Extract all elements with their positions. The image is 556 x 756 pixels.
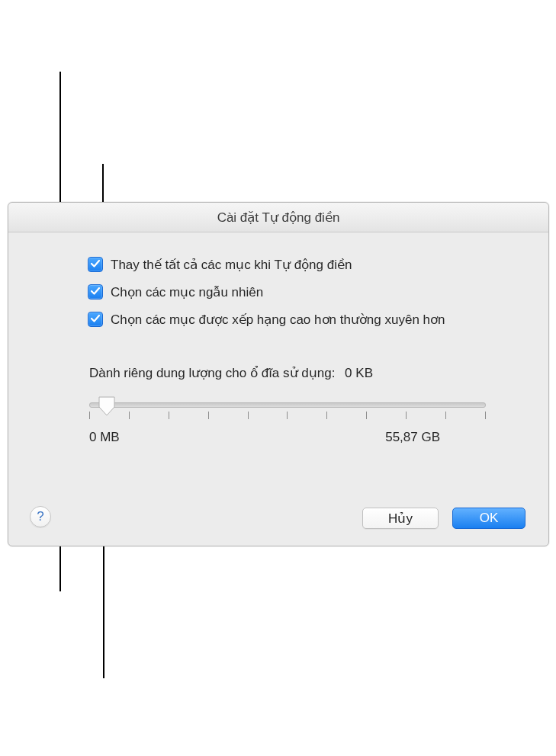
reserve-space-slider[interactable] bbox=[89, 395, 486, 425]
checkbox-row-higher-rated[interactable]: Chọn các mục được xếp hạng cao hơn thườn… bbox=[88, 309, 525, 330]
checkmark-icon bbox=[90, 313, 101, 324]
dialog-button-row: Hủy OK bbox=[362, 508, 525, 529]
reserve-space-label: Dành riêng dung lượng cho ổ đĩa sử dụng: bbox=[89, 366, 335, 380]
slider-track[interactable] bbox=[89, 402, 486, 408]
dialog-titlebar: Cài đặt Tự động điền bbox=[8, 203, 548, 232]
slider-min-label: 0 MB bbox=[89, 430, 120, 445]
dialog-content: Thay thế tất cả các mục khi Tự động điền… bbox=[8, 232, 548, 460]
reserve-space-row: Dành riêng dung lượng cho ổ đĩa sử dụng:… bbox=[89, 365, 525, 381]
slider-ticks bbox=[89, 412, 486, 419]
help-button[interactable]: ? bbox=[30, 506, 51, 527]
checkbox-random[interactable] bbox=[88, 284, 103, 300]
autofill-settings-dialog: Cài đặt Tự động điền Thay thế tất cả các… bbox=[8, 202, 549, 546]
checkbox-replace-all[interactable] bbox=[88, 257, 103, 272]
ok-button[interactable]: OK bbox=[452, 508, 525, 529]
checkmark-icon bbox=[90, 258, 101, 269]
cancel-button[interactable]: Hủy bbox=[362, 508, 439, 529]
slider-thumb[interactable] bbox=[98, 396, 115, 416]
reserve-space-value: 0 KB bbox=[345, 366, 373, 380]
dialog-title: Cài đặt Tự động điền bbox=[217, 210, 340, 226]
checkmark-icon bbox=[90, 286, 101, 296]
ok-button-label: OK bbox=[480, 511, 499, 526]
slider-range-labels: 0 MB 55,87 GB bbox=[89, 430, 486, 445]
checkbox-higher-rated[interactable] bbox=[88, 312, 103, 327]
checkbox-row-replace-all[interactable]: Thay thế tất cả các mục khi Tự động điền bbox=[88, 254, 525, 275]
slider-max-label: 55,87 GB bbox=[385, 430, 440, 445]
cancel-button-label: Hủy bbox=[388, 511, 413, 527]
help-icon: ? bbox=[37, 509, 43, 524]
checkbox-label: Chọn các mục ngẫu nhiên bbox=[111, 284, 263, 300]
checkbox-label: Chọn các mục được xếp hạng cao hơn thườn… bbox=[111, 312, 445, 328]
checkbox-row-random[interactable]: Chọn các mục ngẫu nhiên bbox=[88, 281, 525, 303]
checkbox-label: Thay thế tất cả các mục khi Tự động điền bbox=[111, 257, 352, 273]
